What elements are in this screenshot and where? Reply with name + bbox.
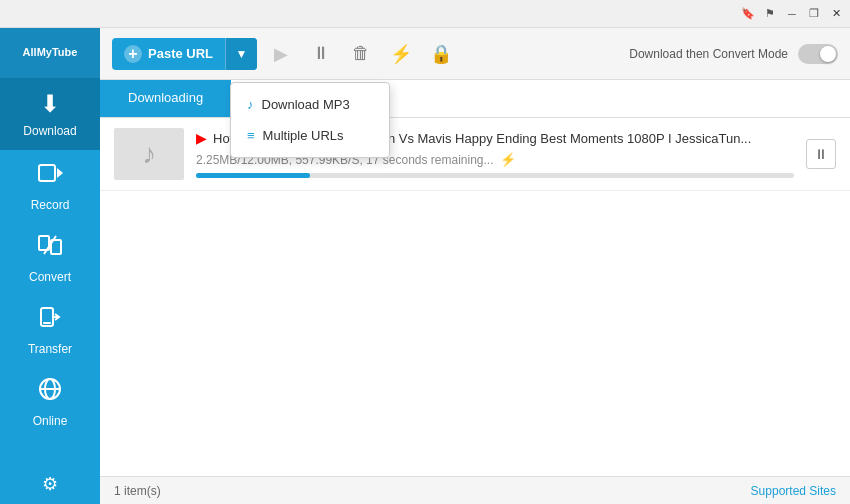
- restore-icon[interactable]: ❐: [806, 6, 822, 22]
- settings-icon[interactable]: ⚙: [42, 476, 58, 492]
- sidebar-label-online: Online: [33, 414, 68, 428]
- table-row: ♪ ▶ Hotel Transylvania 2 I Jonathan Vs M…: [100, 118, 850, 191]
- multiple-urls-label: Multiple URLs: [263, 128, 344, 143]
- app-logo: AllMyTube: [0, 28, 100, 78]
- list-icon: ≡: [247, 128, 255, 143]
- dropdown-menu: ♪ Download MP3 ≡ Multiple URLs: [230, 82, 390, 158]
- sidebar-label-record: Record: [31, 198, 70, 212]
- pause-icon: ⏸: [312, 43, 330, 64]
- record-icon: [37, 160, 63, 192]
- svg-marker-1: [57, 168, 63, 178]
- music-icon: ♪: [247, 97, 254, 112]
- lightning-button[interactable]: ⚡: [385, 38, 417, 70]
- close-icon[interactable]: ✕: [828, 6, 844, 22]
- flag-icon[interactable]: ⚑: [762, 6, 778, 22]
- progress-bar-background: [196, 173, 794, 178]
- title-bar-icons: 🔖 ⚑ ─ ❐ ✕: [740, 6, 844, 22]
- svg-rect-6: [43, 322, 51, 324]
- play-icon: ▶: [274, 43, 288, 65]
- lock-icon: 🔒: [430, 43, 452, 65]
- music-note-icon: ♪: [142, 138, 156, 170]
- online-icon: [37, 376, 63, 408]
- multiple-urls-item[interactable]: ≡ Multiple URLs: [231, 120, 389, 151]
- sidebar-item-convert[interactable]: Convert: [0, 222, 100, 294]
- paste-url-button[interactable]: + Paste URL ▼ ♪ Download MP3 ≡ Multiple …: [112, 38, 257, 70]
- sidebar-item-record[interactable]: Record: [0, 150, 100, 222]
- paste-url-dropdown-arrow[interactable]: ▼: [225, 38, 257, 70]
- chevron-down-icon: ▼: [236, 47, 248, 61]
- download-list: ♪ ▶ Hotel Transylvania 2 I Jonathan Vs M…: [100, 118, 850, 476]
- convert-icon: [37, 232, 63, 264]
- download-mp3-item[interactable]: ♪ Download MP3: [231, 89, 389, 120]
- toolbar-right: Download then Convert Mode: [629, 44, 838, 64]
- lightning-icon: ⚡: [390, 43, 412, 65]
- item-count: 1 item(s): [114, 484, 161, 498]
- app-layout: AllMyTube ⬇ Download Record C: [0, 28, 850, 504]
- main-content: + Paste URL ▼ ♪ Download MP3 ≡ Multiple …: [100, 28, 850, 504]
- download-mp3-label: Download MP3: [262, 97, 350, 112]
- paste-url-main[interactable]: + Paste URL: [112, 38, 225, 70]
- delete-button[interactable]: 🗑: [345, 38, 377, 70]
- download-action: ⏸: [806, 139, 836, 169]
- sidebar-label-transfer: Transfer: [28, 342, 72, 356]
- item-pause-icon: ⏸: [814, 146, 828, 162]
- trash-icon: 🗑: [352, 43, 370, 64]
- tab-downloading[interactable]: Downloading: [100, 80, 231, 117]
- lock-button[interactable]: 🔒: [425, 38, 457, 70]
- mode-label: Download then Convert Mode: [629, 47, 788, 61]
- sidebar-item-transfer[interactable]: Transfer: [0, 294, 100, 366]
- minimize-icon[interactable]: ─: [784, 6, 800, 22]
- download-thumbnail: ♪: [114, 128, 184, 180]
- sidebar-item-download[interactable]: ⬇ Download: [0, 78, 100, 150]
- tabs-bar: Downloading Downloaded: [100, 80, 850, 118]
- sidebar-label-convert: Convert: [29, 270, 71, 284]
- bookmark-icon[interactable]: 🔖: [740, 6, 756, 22]
- download-icon: ⬇: [40, 90, 60, 118]
- play-button[interactable]: ▶: [265, 38, 297, 70]
- paste-url-label: Paste URL: [148, 46, 213, 61]
- status-bar: 1 item(s) Supported Sites: [100, 476, 850, 504]
- transfer-icon: [37, 304, 63, 336]
- plus-icon: +: [124, 45, 142, 63]
- toolbar: + Paste URL ▼ ♪ Download MP3 ≡ Multiple …: [100, 28, 850, 80]
- sidebar-label-download: Download: [23, 124, 76, 138]
- svg-rect-0: [39, 165, 55, 181]
- item-pause-button[interactable]: ⏸: [806, 139, 836, 169]
- mode-toggle[interactable]: [798, 44, 838, 64]
- sidebar: AllMyTube ⬇ Download Record C: [0, 28, 100, 504]
- sidebar-item-online[interactable]: Online: [0, 366, 100, 438]
- pause-toolbar-button[interactable]: ⏸: [305, 38, 337, 70]
- title-bar: 🔖 ⚑ ─ ❐ ✕: [0, 0, 850, 28]
- sidebar-bottom: ⚙: [0, 464, 100, 504]
- speed-icon: ⚡: [500, 152, 516, 167]
- progress-bar-fill: [196, 173, 310, 178]
- supported-sites-link[interactable]: Supported Sites: [751, 484, 836, 498]
- youtube-icon: ▶: [196, 130, 207, 146]
